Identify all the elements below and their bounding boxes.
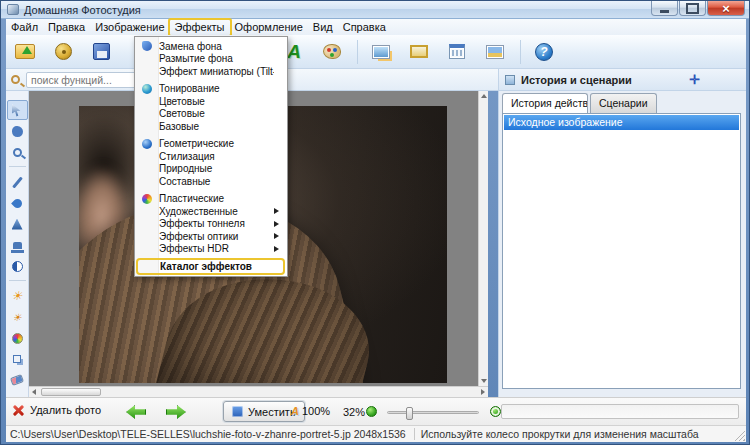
panel-title: История и сценарии <box>521 74 689 86</box>
progress-track <box>501 404 739 419</box>
menu-item-tilt-shift[interactable]: Эффект миниатюры (Tilt-Shift) <box>135 65 287 78</box>
scroll-left-icon[interactable] <box>29 387 39 397</box>
app-icon <box>7 4 19 15</box>
menu-item-tunnel-effects[interactable]: Эффекты тоннеля <box>135 218 287 231</box>
menu-item-composite[interactable]: Составные <box>135 175 287 188</box>
submenu-arrow-icon <box>274 233 282 239</box>
submenu-arrow-icon <box>274 208 282 214</box>
menu-image[interactable]: Изображение <box>90 20 169 35</box>
menu-bar: ФайлПравкаИзображениеЭффектыОформлениеВи… <box>6 19 746 35</box>
maximize-button[interactable] <box>679 1 706 16</box>
effects-dropdown-menu: Замена фона Размытие фона Эффект миниатю… <box>134 36 288 277</box>
zoom-slider-handle[interactable] <box>406 407 413 420</box>
scroll-up-icon[interactable] <box>479 91 488 101</box>
zoom-a-icon <box>291 405 299 417</box>
close-button[interactable] <box>707 1 745 16</box>
scroll-right-icon[interactable] <box>478 387 488 397</box>
blur-drop-tool-icon[interactable] <box>7 193 28 213</box>
help-icon[interactable] <box>530 39 558 65</box>
status-divider <box>414 428 415 440</box>
history-panel-header: История и сценарии <box>498 69 746 91</box>
history-panel: История действийСценарии Исходное изобра… <box>498 91 746 397</box>
menu-item-plastic[interactable]: Пластические <box>135 193 287 206</box>
submenu-arrow-icon <box>274 246 282 252</box>
panel-add-icon[interactable] <box>689 72 700 87</box>
slideshow-icon[interactable] <box>49 39 77 65</box>
effects-brush-icon[interactable] <box>318 39 346 65</box>
previous-photo-button[interactable] <box>126 405 146 419</box>
fit-icon <box>232 406 243 417</box>
title-bar: Домашняя Фотостудия <box>1 1 750 19</box>
main-toolbar <box>6 35 746 69</box>
status-hint: Используйте колесо прокрутки для изменен… <box>421 428 699 440</box>
search-input[interactable] <box>26 72 138 88</box>
tab-history[interactable]: История действий <box>502 93 588 113</box>
menu-item-geometric[interactable]: Геометрические <box>135 138 287 151</box>
zoom-level-value: 32% <box>343 406 365 418</box>
contrast-tool-icon[interactable] <box>7 256 28 276</box>
menu-item-blur-background[interactable]: Размытие фона <box>135 53 287 66</box>
tab-scenarios[interactable]: Сценарии <box>590 93 657 113</box>
open-photo-icon[interactable] <box>11 39 39 65</box>
next-photo-button[interactable] <box>166 405 186 419</box>
scroll-thumb[interactable] <box>41 388 101 396</box>
menu-item-replace-background[interactable]: Замена фона <box>135 40 287 53</box>
panel-tabs: История действийСценарии <box>502 93 659 113</box>
bottom-toolbar: Удалить фото Уместить 100% 32% <box>6 397 746 425</box>
menu-item-optic-effects[interactable]: Эффекты оптики <box>135 230 287 243</box>
menu-item-nature[interactable]: Природные <box>135 163 287 176</box>
menu-item-light[interactable]: Световые <box>135 108 287 121</box>
panel-icon <box>505 75 515 85</box>
zoom-slider[interactable] <box>387 411 479 414</box>
menu-decor[interactable]: Оформление <box>230 20 308 35</box>
zoom-out-button[interactable] <box>366 406 377 417</box>
menu-item-effects-catalog[interactable]: Каталог эффектов <box>138 260 283 273</box>
eraser-tool-icon[interactable] <box>7 370 28 390</box>
pointer-tool-icon[interactable] <box>7 100 28 120</box>
save-icon[interactable] <box>87 39 115 65</box>
delete-photo-button[interactable]: Удалить фото <box>12 404 101 416</box>
scroll-down-icon[interactable] <box>479 376 488 386</box>
menu-edit[interactable]: Правка <box>43 20 90 35</box>
color-palette-tool-icon[interactable] <box>7 328 28 348</box>
menu-item-color[interactable]: Цветовые <box>135 95 287 108</box>
history-list: Исходное изображение <box>502 113 741 389</box>
app-window: Домашняя Фотостудия ФайлПравкаИзображени… <box>0 0 750 445</box>
postcard-icon[interactable] <box>481 39 509 65</box>
sharpen-tool-icon[interactable] <box>7 214 28 234</box>
menu-item-basic[interactable]: Базовые <box>135 120 287 133</box>
history-item-source-image[interactable]: Исходное изображение <box>504 115 739 130</box>
menu-item-hdr-effects[interactable]: Эффекты HDR <box>135 243 287 256</box>
menu-view[interactable]: Вид <box>308 20 338 35</box>
vertical-scrollbar[interactable] <box>478 91 488 386</box>
window-controls <box>650 1 745 16</box>
search-icon <box>11 75 20 84</box>
horizontal-scrollbar[interactable] <box>29 386 488 397</box>
crop-tool-icon[interactable] <box>7 349 28 369</box>
stamp-tool-icon[interactable] <box>7 235 28 255</box>
submenu-arrow-icon <box>274 221 282 227</box>
file-path-status: C:\Users\User\Desktop\TELE-SELLES\luchsh… <box>6 428 406 440</box>
menu-item-stylization[interactable]: Стилизация <box>135 150 287 163</box>
zoom-tool-icon[interactable] <box>7 142 28 162</box>
menu-effects[interactable]: Эффекты <box>170 20 230 35</box>
menu-item-toning[interactable]: Тонирование <box>135 83 287 96</box>
zoom-in-button[interactable] <box>490 406 501 417</box>
zoom-100-button[interactable]: 100% <box>291 405 330 417</box>
resize-grip[interactable] <box>734 430 745 441</box>
minimize-button[interactable] <box>651 1 678 16</box>
delete-x-icon <box>12 404 24 416</box>
exposure-tool-icon[interactable] <box>7 307 28 327</box>
window-title: Домашняя Фотостудия <box>24 4 141 16</box>
tools-sidebar <box>6 91 29 397</box>
hand-tool-icon[interactable] <box>7 121 28 141</box>
calendar-icon[interactable] <box>443 39 471 65</box>
pencil-tool-icon[interactable] <box>7 172 28 192</box>
frame-icon[interactable] <box>405 39 433 65</box>
menu-help[interactable]: Справка <box>338 20 391 35</box>
menu-item-artistic[interactable]: Художественные <box>135 205 287 218</box>
brightness-tool-icon[interactable] <box>7 286 28 306</box>
menu-file[interactable]: Файл <box>6 20 43 35</box>
collage-icon[interactable] <box>367 39 395 65</box>
status-bar: C:\Users\User\Desktop\TELE-SELLES\luchsh… <box>6 425 746 442</box>
